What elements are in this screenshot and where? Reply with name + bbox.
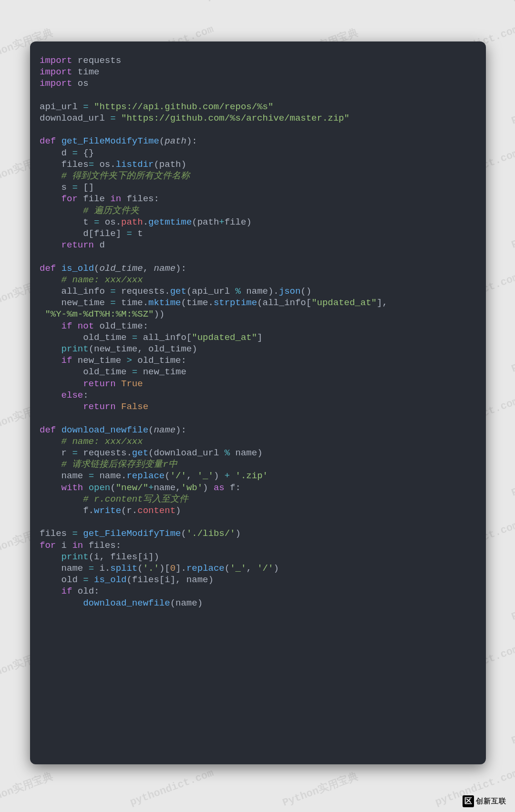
watermark-text: Python实用宝典 [52,0,131,4]
code-line: # r.content写入至文件 [40,493,476,505]
code-line: old_time = all_info["updated_at"] [40,332,476,343]
code-line: t = os.path.getmtime(path+file) [40,216,476,228]
code-line: s = [] [40,182,476,193]
code-line [40,516,476,528]
code-line: print(i, files[i]) [40,551,476,563]
code-line: with open("new/"+name,'wb') as f: [40,482,476,493]
code-line: if not old_time: [40,320,476,332]
code-line: return True [40,378,476,390]
badge-text: 创新互联 [476,797,506,806]
code-line: files = get_FileModifyTime('./libs/') [40,528,476,539]
code-line: # 遍历文件夹 [40,205,476,216]
code-line: "%Y-%m-%dT%H:%M:%SZ")) [40,308,476,320]
code-line: # 请求链接后保存到变量r中 [40,459,476,470]
code-line: for i in files: [40,540,476,551]
watermark-text: Python实用宝典 [509,583,515,623]
badge-icon: 区 [463,795,474,807]
watermark-text: Python实用宝典 [509,335,515,375]
code-line: print(new_time, old_time) [40,343,476,355]
watermark-text: pythondict.com [205,0,292,3]
watermark-text: pythondict.com [510,0,515,3]
code-line: all_info = requests.get(api_url % name).… [40,286,476,297]
code-line: return False [40,401,476,412]
code-line: if new_time > old_time: [40,355,476,366]
code-line: # name: xxx/xxx [40,436,476,447]
code-window: import requestsimport timeimport os api_… [30,41,486,764]
code-content: import requestsimport timeimport os api_… [40,55,476,609]
code-line: for file in files: [40,193,476,205]
code-line: import time [40,66,476,78]
code-line: d = {} [40,147,476,159]
site-badge: 区 创新互联 [463,795,506,807]
watermark-text: Python实用宝典 [509,87,515,127]
code-line: # 得到文件夹下的所有文件名称 [40,170,476,182]
code-line [40,124,476,135]
watermark-text: Python实用宝典 [509,459,515,499]
code-line: files= os.listdir(path) [40,159,476,170]
watermark-text: Python实用宝典 [509,707,515,747]
code-line: old_time = new_time [40,366,476,378]
code-line [40,412,476,424]
watermark-text: Python实用宝典 [357,0,436,4]
code-line: old = is_old(files[i], name) [40,574,476,586]
code-line: import os [40,78,476,89]
code-line: if old: [40,586,476,597]
code-line: # name: xxx/xxx [40,274,476,286]
code-line [40,90,476,101]
code-line: import requests [40,55,476,66]
code-line: download_url = "https://github.com/%s/ar… [40,113,476,124]
watermark-text: Python实用宝典 [280,769,360,809]
code-line: def download_newfile(name): [40,424,476,436]
code-line: download_newfile(name) [40,597,476,609]
watermark-text: Python实用宝典 [0,769,55,809]
code-line: d[file] = t [40,228,476,239]
code-line [40,251,476,262]
code-line: def is_old(old_time, name): [40,263,476,274]
code-line: def get_FileModifyTime(path): [40,135,476,147]
code-line: name = name.replace('/', '_') + '.zip' [40,470,476,482]
watermark-text: Python实用宝典 [509,211,515,251]
code-line: f.write(r.content) [40,505,476,516]
code-line: return d [40,239,476,251]
code-line: r = requests.get(download_url % name) [40,447,476,459]
code-line: else: [40,390,476,401]
code-line: name = i.split('.')[0].replace('_', '/') [40,563,476,574]
code-line: api_url = "https://api.github.com/repos/… [40,101,476,113]
watermark-text: pythondict.com [129,767,216,809]
code-line: new_time = time.mktime(time.strptime(all… [40,297,476,308]
